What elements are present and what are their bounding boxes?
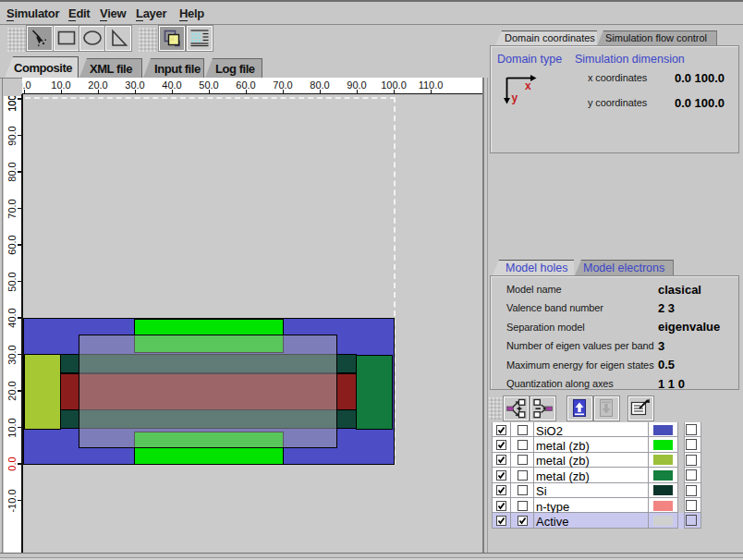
- svg-text:y: y: [512, 91, 518, 104]
- svg-text:x: x: [525, 79, 531, 92]
